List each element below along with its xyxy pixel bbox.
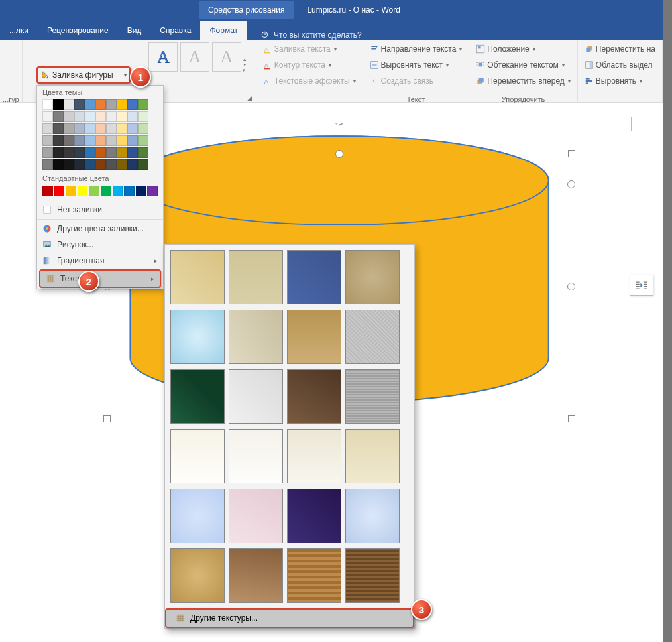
selection-pane-button[interactable]: Область выдел	[582, 57, 658, 73]
texture-swatch[interactable]	[345, 489, 400, 543]
resize-handle[interactable]	[335, 150, 343, 158]
color-swatch[interactable]	[85, 159, 95, 170]
texture-swatch[interactable]	[287, 369, 341, 424]
texture-swatch[interactable]	[170, 548, 225, 603]
color-swatch[interactable]	[117, 99, 127, 110]
color-swatch[interactable]	[42, 147, 53, 158]
shape-fill-button[interactable]: Заливка фигуры ▾	[36, 66, 131, 84]
color-swatch[interactable]	[53, 135, 64, 146]
texture-swatch[interactable]	[229, 250, 283, 304]
color-swatch[interactable]	[64, 147, 74, 158]
color-swatch[interactable]	[106, 147, 117, 158]
color-swatch[interactable]	[64, 99, 74, 110]
texture-swatch[interactable]	[345, 548, 400, 603]
color-swatch[interactable]	[147, 186, 158, 196]
text-fill-button[interactable]: AЗаливка текста▾	[260, 41, 359, 57]
color-swatch[interactable]	[117, 135, 127, 146]
color-swatch[interactable]	[117, 111, 127, 122]
tab-view[interactable]: Вид	[118, 21, 151, 40]
texture-swatch[interactable]	[229, 429, 283, 483]
color-swatch[interactable]	[53, 147, 64, 158]
color-swatch[interactable]	[42, 123, 53, 134]
color-swatch[interactable]	[106, 135, 117, 146]
color-swatch[interactable]	[127, 159, 138, 170]
no-fill-item[interactable]: Нет заливки	[37, 202, 163, 218]
texture-swatch[interactable]	[170, 310, 225, 364]
tab-format[interactable]: Формат	[200, 21, 247, 40]
texture-fill-item[interactable]: Текстура▸	[39, 269, 161, 288]
color-swatch[interactable]	[95, 111, 106, 122]
tab-review[interactable]: Рецензирование	[38, 21, 118, 40]
color-swatch[interactable]	[124, 186, 135, 196]
picture-fill-item[interactable]: Рисунок...	[37, 237, 163, 253]
color-swatch[interactable]	[85, 99, 95, 110]
color-swatch[interactable]	[74, 159, 85, 170]
color-swatch[interactable]	[117, 159, 127, 170]
color-swatch[interactable]	[42, 99, 53, 110]
tab-mailings[interactable]: ...лки	[0, 21, 38, 40]
color-swatch[interactable]	[138, 159, 148, 170]
color-swatch[interactable]	[74, 147, 85, 158]
texture-swatch[interactable]	[287, 310, 341, 364]
color-swatch[interactable]	[136, 186, 146, 196]
color-swatch[interactable]	[127, 147, 138, 158]
bring-forward-button[interactable]: Переместить вперед▾	[473, 73, 573, 89]
align-button[interactable]: Выровнять▾	[582, 73, 658, 89]
texture-swatch[interactable]	[287, 250, 341, 304]
color-swatch[interactable]	[64, 135, 74, 146]
color-swatch[interactable]	[95, 123, 106, 134]
resize-handle[interactable]	[103, 415, 111, 422]
color-swatch[interactable]	[53, 99, 64, 110]
color-swatch[interactable]	[53, 159, 64, 170]
color-swatch[interactable]	[66, 186, 76, 196]
color-swatch[interactable]	[138, 123, 148, 134]
layout-options-button[interactable]	[630, 275, 653, 296]
gradient-fill-item[interactable]: Градиентная▸	[37, 253, 163, 269]
wordart-style[interactable]: A	[180, 42, 209, 72]
texture-swatch[interactable]	[287, 548, 341, 603]
resize-handle[interactable]	[567, 283, 575, 290]
color-swatch[interactable]	[113, 186, 123, 196]
color-swatch[interactable]	[106, 123, 117, 134]
color-swatch[interactable]	[42, 111, 53, 122]
color-swatch[interactable]	[85, 123, 95, 134]
wordart-style[interactable]: A	[148, 42, 178, 72]
texture-swatch[interactable]	[229, 548, 283, 603]
color-swatch[interactable]	[127, 111, 138, 122]
color-swatch[interactable]	[101, 186, 111, 196]
color-swatch[interactable]	[89, 186, 99, 196]
texture-swatch[interactable]	[287, 489, 341, 543]
resize-handle[interactable]	[567, 180, 575, 188]
color-swatch[interactable]	[127, 99, 138, 110]
position-button[interactable]: Положение▾	[473, 41, 573, 57]
color-swatch[interactable]	[106, 111, 117, 122]
color-swatch[interactable]	[138, 111, 148, 122]
color-swatch[interactable]	[74, 123, 85, 134]
color-swatch[interactable]	[53, 111, 64, 122]
align-text-button[interactable]: Выровнять текст▾	[367, 57, 465, 73]
tell-me[interactable]: Что вы хотите сделать?	[247, 31, 375, 40]
color-swatch[interactable]	[42, 159, 53, 170]
color-swatch[interactable]	[53, 123, 64, 134]
color-swatch[interactable]	[127, 135, 138, 146]
color-swatch[interactable]	[64, 123, 74, 134]
color-swatch[interactable]	[117, 123, 127, 134]
more-textures-item[interactable]: Другие текстуры...	[165, 608, 414, 628]
color-swatch[interactable]	[95, 135, 106, 146]
texture-swatch[interactable]	[170, 369, 225, 424]
texture-swatch[interactable]	[345, 250, 400, 304]
texture-swatch[interactable]	[229, 310, 283, 364]
send-backward-button[interactable]: Переместить на	[582, 41, 658, 57]
color-swatch[interactable]	[138, 99, 148, 110]
texture-swatch[interactable]	[345, 429, 400, 483]
color-swatch[interactable]	[127, 123, 138, 134]
wrap-text-button[interactable]: Обтекание текстом▾	[473, 57, 573, 73]
color-swatch[interactable]	[74, 135, 85, 146]
color-swatch[interactable]	[78, 186, 88, 196]
text-effects-button[interactable]: AТекстовые эффекты▾	[260, 73, 359, 89]
color-swatch[interactable]	[95, 99, 106, 110]
texture-swatch[interactable]	[345, 369, 400, 424]
color-swatch[interactable]	[74, 111, 85, 122]
text-outline-button[interactable]: AКонтур текста▾	[260, 57, 359, 73]
color-swatch[interactable]	[64, 111, 74, 122]
